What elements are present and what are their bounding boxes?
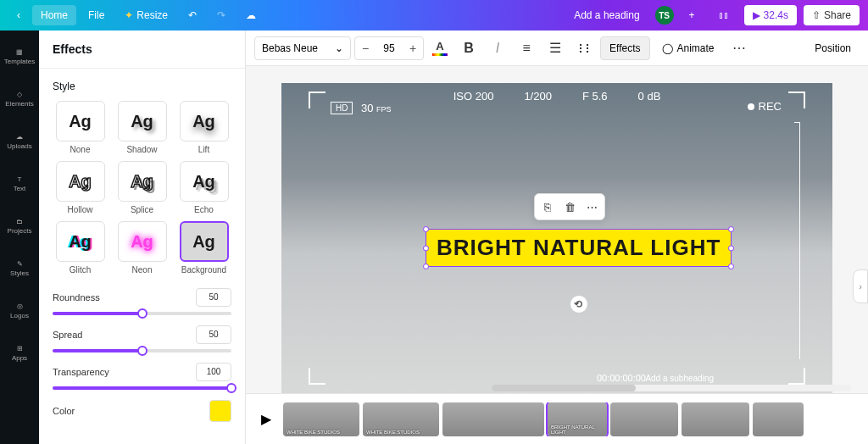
- slider-value[interactable]: 50: [196, 288, 231, 307]
- rail-styles[interactable]: ✎Styles: [0, 249, 39, 288]
- rail-uploads[interactable]: ☁Uploads: [0, 122, 39, 161]
- horizontal-scrollbar[interactable]: [492, 385, 851, 391]
- resize-handle[interactable]: [423, 245, 429, 251]
- rail-elements[interactable]: ◇Elements: [0, 80, 39, 119]
- title-input[interactable]: Add a heading: [565, 5, 648, 25]
- redo-button[interactable]: ↷: [209, 5, 234, 25]
- side-rail: ▦Templates◇Elements☁UploadsTText🗀Project…: [0, 31, 39, 444]
- style-glitch[interactable]: AgGlitch: [53, 221, 108, 275]
- spacing-button[interactable]: ⫶⫶: [571, 36, 597, 60]
- hud-iso: ISO 200: [453, 90, 494, 103]
- font-size-stepper[interactable]: − 95 +: [354, 36, 424, 60]
- avatar[interactable]: TS: [655, 6, 674, 25]
- selected-text-element[interactable]: BRIGHT NATURAL LIGHT ⟲: [426, 229, 732, 267]
- video-frame[interactable]: ISO 200 1/200 F 5.6 0 dB HD 30 FPS REC 0…: [281, 83, 832, 393]
- undo-button[interactable]: ↶: [180, 5, 205, 25]
- uploads-icon: ☁: [16, 133, 23, 141]
- stage[interactable]: ISO 200 1/200 F 5.6 0 dB HD 30 FPS REC 0…: [246, 66, 868, 393]
- style-echo[interactable]: AgEcho: [176, 161, 231, 214]
- hud-rec: REC: [748, 100, 782, 113]
- resize-button[interactable]: ✦Resize: [116, 5, 176, 25]
- panel-title: Effects: [39, 31, 245, 69]
- slider-value[interactable]: 50: [196, 325, 231, 344]
- increase-size-button[interactable]: +: [403, 36, 423, 60]
- align-button[interactable]: ≡: [514, 36, 539, 60]
- hud-db: 0 dB: [638, 90, 661, 103]
- topbar: ‹ Home File ✦Resize ↶ ↷ ☁ Add a heading …: [0, 0, 868, 31]
- list-button[interactable]: ☰: [542, 36, 568, 60]
- element-more-button[interactable]: ⋯: [581, 197, 602, 217]
- decrease-size-button[interactable]: −: [355, 36, 376, 60]
- position-button[interactable]: Position: [806, 42, 860, 54]
- file-menu[interactable]: File: [80, 5, 113, 25]
- play-button[interactable]: ▶: [254, 408, 278, 431]
- style-neon[interactable]: AgNeon: [114, 221, 170, 275]
- slider-spread: Spread50: [53, 325, 231, 352]
- hud-fps: 30 FPS: [361, 102, 392, 114]
- timeline-clip[interactable]: WHITE BIKE STUDIOS: [283, 402, 359, 436]
- add-member-button[interactable]: +: [681, 5, 704, 25]
- color-swatch[interactable]: [209, 400, 231, 422]
- hud-shutter: 1/200: [524, 90, 552, 103]
- duplicate-button[interactable]: ⎘: [537, 197, 558, 217]
- rail-projects[interactable]: 🗀Projects: [0, 207, 39, 246]
- style-splice[interactable]: AgSplice: [114, 161, 170, 214]
- rail-logos[interactable]: ◎Logos: [0, 291, 39, 330]
- effects-button[interactable]: Effects: [600, 36, 649, 60]
- cloud-sync-icon[interactable]: ☁: [237, 5, 264, 25]
- timeline-clip[interactable]: WHITE BIKE STUDIOS: [363, 402, 439, 436]
- animate-button[interactable]: ◯Animate: [654, 36, 723, 60]
- analytics-button[interactable]: ⫾⫾: [710, 5, 737, 25]
- rail-templates[interactable]: ▦Templates: [0, 37, 39, 76]
- timeline-clip[interactable]: [753, 402, 804, 436]
- logos-icon: ◎: [17, 302, 23, 310]
- bold-button[interactable]: B: [456, 36, 481, 60]
- styles-icon: ✎: [17, 260, 23, 268]
- hud-hd: HD: [331, 102, 353, 114]
- slider-track[interactable]: [53, 312, 231, 315]
- apps-icon: ⊞: [17, 345, 23, 352]
- templates-icon: ▦: [16, 48, 23, 56]
- share-button[interactable]: ⇧ Share: [804, 5, 860, 25]
- effects-panel: Effects Style AgNoneAgShadowAgLiftAgHoll…: [39, 31, 246, 444]
- home-button[interactable]: Home: [32, 5, 76, 25]
- italic-button[interactable]: I: [485, 36, 510, 60]
- elements-icon: ◇: [17, 91, 22, 98]
- present-button[interactable]: ▶ 32.4s: [744, 5, 797, 25]
- back-button[interactable]: ‹: [8, 5, 29, 25]
- more-button[interactable]: ⋯: [726, 36, 752, 60]
- timeline-clip[interactable]: [610, 402, 678, 436]
- resize-handle[interactable]: [423, 264, 429, 269]
- rail-text[interactable]: TText: [0, 164, 39, 203]
- delete-button[interactable]: 🗑: [559, 197, 580, 217]
- style-lift[interactable]: AgLift: [176, 101, 231, 154]
- slider-value[interactable]: 100: [196, 363, 231, 381]
- style-hollow[interactable]: AgHollow: [53, 161, 108, 214]
- canvas-area: Bebas Neue⌄ − 95 + A B I ≡ ☰ ⫶⫶ Effects …: [246, 31, 868, 444]
- slider-transparency: Transparency100: [53, 363, 231, 390]
- resize-handle[interactable]: [423, 226, 429, 232]
- style-none[interactable]: AgNone: [53, 101, 108, 154]
- style-background[interactable]: AgBackground: [176, 221, 231, 275]
- color-label: Color: [53, 406, 75, 416]
- style-section-label: Style: [53, 80, 231, 92]
- timeline-clip[interactable]: [682, 402, 749, 436]
- subheading-placeholder[interactable]: Add a subheading: [645, 374, 714, 383]
- rotate-handle[interactable]: ⟲: [570, 295, 588, 314]
- font-color-button[interactable]: A: [427, 36, 453, 60]
- rail-apps[interactable]: ⊞Apps: [0, 334, 39, 373]
- text-toolbar: Bebas Neue⌄ − 95 + A B I ≡ ☰ ⫶⫶ Effects …: [246, 31, 868, 66]
- timeline-clip[interactable]: BRIGHT NATURAL LIGHT: [548, 402, 607, 436]
- timeline-clip[interactable]: [442, 402, 544, 436]
- expand-tab[interactable]: ›: [853, 269, 868, 303]
- resize-handle[interactable]: [728, 245, 734, 251]
- timecode: 00:00:00:00: [597, 373, 646, 383]
- font-select[interactable]: Bebas Neue⌄: [254, 36, 351, 60]
- font-size-value[interactable]: 95: [376, 42, 403, 54]
- slider-roundness: Roundness50: [53, 288, 231, 315]
- style-shadow[interactable]: AgShadow: [114, 101, 170, 154]
- slider-track[interactable]: [53, 386, 231, 390]
- projects-icon: 🗀: [16, 218, 23, 225]
- chevron-down-icon: ⌄: [335, 42, 343, 54]
- slider-track[interactable]: [53, 349, 231, 352]
